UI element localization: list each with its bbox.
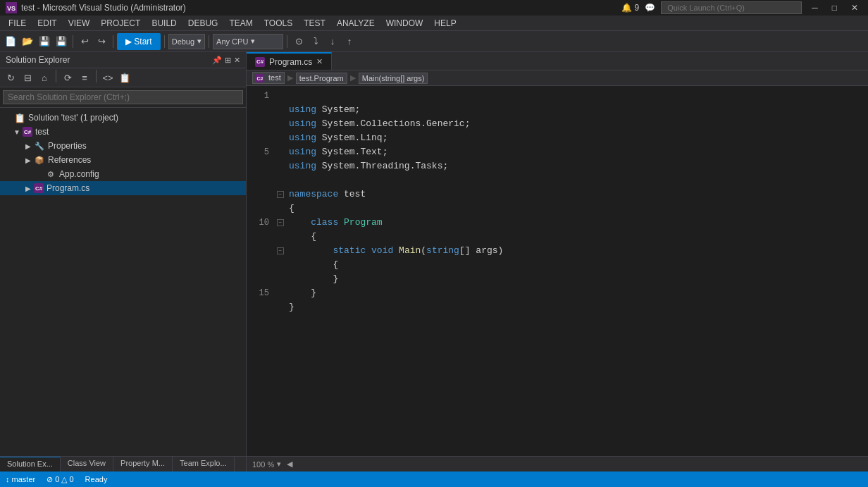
tree-item-solution[interactable]: 📋 Solution 'test' (1 project) (0, 111, 246, 125)
start-debug-btn[interactable]: ▶ Start (117, 33, 161, 50)
breadcrumb-method[interactable]: Main(string[] args) (359, 73, 428, 84)
code-text[interactable]: using System; (286, 103, 868, 117)
debug-config-dropdown[interactable]: Debug▾ (168, 34, 205, 49)
fold-area[interactable]: − (275, 244, 286, 258)
code-text[interactable]: using System.Text; (286, 145, 868, 159)
line-number (247, 117, 275, 131)
menu-item-window[interactable]: WINDOW (380, 17, 429, 30)
fold-area (275, 103, 286, 117)
open-btn[interactable]: 📂 (20, 34, 35, 49)
toolbar-separator-1 (73, 35, 73, 48)
new-project-btn[interactable]: 📄 (3, 34, 18, 49)
code-text[interactable]: { (286, 202, 868, 216)
se-tab-team-explorer[interactable]: Team Explo... (173, 457, 235, 471)
menu-item-test[interactable]: TEST (298, 17, 331, 30)
tree-item-properties[interactable]: ▶ 🔧 Properties (0, 139, 246, 153)
undo-btn[interactable]: ↩ (77, 34, 92, 49)
code-text[interactable]: class Program (286, 216, 868, 230)
project-label: test (35, 127, 49, 137)
code-text[interactable] (286, 89, 868, 103)
scroll-left-btn[interactable]: ◀ (287, 460, 292, 469)
redo-btn[interactable]: ↪ (94, 34, 109, 49)
close-btn[interactable]: ✕ (847, 3, 862, 13)
tree-item-appconfig[interactable]: ⚙ App.config (0, 167, 246, 181)
code-text[interactable]: } (286, 286, 868, 300)
fold-area[interactable]: − (275, 187, 286, 202)
code-text[interactable]: { (286, 258, 868, 272)
solution-explorer-title: Solution Explorer (6, 55, 70, 65)
se-sync-btn[interactable]: ↻ (3, 70, 18, 85)
code-line (247, 173, 868, 187)
quick-launch-input[interactable] (661, 1, 802, 14)
save-btn[interactable]: 💾 (37, 34, 52, 49)
code-text[interactable]: using System.Collections.Generic; (286, 117, 868, 131)
restore-btn[interactable]: □ (828, 3, 841, 13)
breadcrumb-class[interactable]: test.Program (296, 73, 347, 84)
step-over-btn[interactable]: ⤵ (308, 34, 323, 49)
solution-explorer-panel: Solution Explorer 📌 ⊞ ✕ ↻ ⊟ ⌂ ⟳ ≡ <> 📋 (0, 52, 247, 471)
se-arrow-icon[interactable]: ⊞ (225, 56, 231, 65)
tree-item-references[interactable]: ▶ 📦 References (0, 153, 246, 167)
line-number: 5 (247, 145, 275, 159)
minimize-btn[interactable]: ─ (807, 3, 822, 13)
se-code-view-btn[interactable]: <> (100, 70, 116, 85)
code-text[interactable] (286, 173, 868, 187)
code-text[interactable]: static void Main(string[] args) (286, 244, 868, 258)
toolbar-separator-2 (113, 35, 113, 48)
code-text[interactable]: } (286, 272, 868, 286)
tab-close-btn[interactable]: ✕ (316, 57, 323, 66)
tree-arrow-project: ▼ (11, 126, 23, 137)
se-close-icon[interactable]: ✕ (234, 56, 240, 65)
menu-item-build[interactable]: BUILD (146, 17, 182, 30)
menu-item-team[interactable]: TEAM (223, 17, 258, 30)
se-tab-property-manager[interactable]: Property M... (113, 457, 173, 471)
tree-item-project[interactable]: ▼ C# test (0, 125, 246, 139)
code-text[interactable]: using System.Linq; (286, 131, 868, 145)
zoom-chevron[interactable]: ▾ (277, 460, 281, 469)
menu-item-debug[interactable]: DEBUG (182, 17, 224, 30)
se-filter-btn[interactable]: ≡ (77, 70, 92, 85)
fold-area (275, 230, 286, 244)
menu-item-edit[interactable]: EDIT (32, 17, 62, 30)
se-tab-solution-explorer[interactable]: Solution Ex... (0, 457, 61, 471)
editor-tab-programcs[interactable]: C# Program.cs ✕ (247, 52, 332, 70)
se-props-btn[interactable]: 📋 (117, 70, 132, 85)
code-editor[interactable]: 1using System;using System.Collections.G… (247, 86, 868, 456)
fold-area (275, 300, 286, 314)
menu-item-tools[interactable]: TOOLS (259, 17, 298, 30)
fold-area (275, 159, 286, 173)
se-toolbar-sep (56, 70, 56, 82)
line-number: 1 (247, 89, 275, 103)
menu-item-project[interactable]: PROJECT (95, 17, 146, 30)
se-collapse-btn[interactable]: ⊟ (20, 70, 35, 85)
code-text[interactable]: { (286, 230, 868, 244)
breadcrumb-project[interactable]: C# test (252, 72, 285, 85)
step-into-btn[interactable]: ↓ (325, 34, 340, 49)
fold-area (275, 286, 286, 300)
se-refresh-btn[interactable]: ⟳ (60, 70, 75, 85)
status-errors: ⊘ 0 △ 0 (46, 475, 73, 484)
menu-item-analyze[interactable]: ANALYZE (331, 17, 380, 30)
chat-icon[interactable]: 💬 (645, 3, 655, 13)
se-bottom-tabs: Solution Ex... Class View Property M... … (0, 456, 246, 471)
save-all-btn[interactable]: 💾 (54, 34, 69, 49)
se-tab-class-view[interactable]: Class View (61, 457, 113, 471)
breakpoint-btn[interactable]: ⊙ (291, 34, 306, 49)
se-home-btn[interactable]: ⌂ (37, 70, 52, 85)
fold-area[interactable]: − (275, 216, 286, 230)
code-text[interactable]: using System.Threading.Tasks; (286, 159, 868, 173)
step-out-btn[interactable]: ↑ (342, 34, 357, 49)
cpu-dropdown[interactable]: Any CPU▾ (213, 34, 283, 49)
se-search-input[interactable] (3, 90, 243, 104)
se-pin-icon[interactable]: 📌 (212, 56, 222, 65)
menu-item-file[interactable]: FILE (3, 17, 32, 30)
notification-icon[interactable]: 🔔 9 (621, 3, 639, 13)
menu-item-view[interactable]: VIEW (63, 17, 96, 30)
code-text[interactable]: } (286, 300, 868, 314)
line-number (247, 103, 275, 117)
menu-item-help[interactable]: HELP (428, 17, 461, 30)
code-text[interactable]: namespace test (286, 187, 868, 202)
title-bar: VS test - Microsoft Visual Studio (Admin… (0, 0, 868, 16)
tree-item-programcs[interactable]: ▶ C# Program.cs (0, 181, 246, 195)
code-line: using System.Collections.Generic; (247, 117, 868, 131)
